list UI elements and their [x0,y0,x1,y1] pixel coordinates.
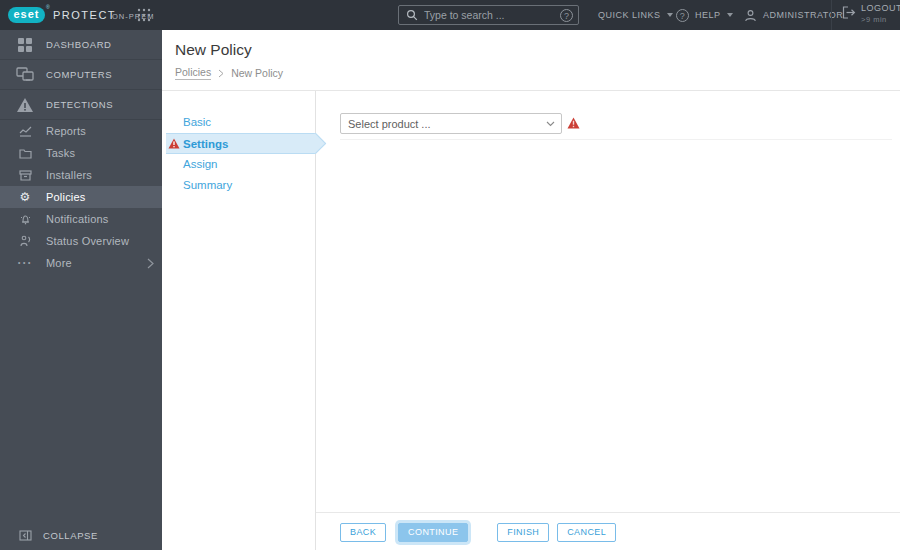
step-label: Summary [183,179,232,191]
help-circle-icon [676,9,689,22]
cancel-button[interactable]: CANCEL [557,523,616,542]
user-menu[interactable]: ADMINISTRATOR [744,0,843,30]
sidebar-item-tasks[interactable]: Tasks [0,142,162,164]
header-divider [162,90,900,91]
step-label: Settings [183,138,228,150]
back-button[interactable]: BACK [340,523,386,542]
dashboard-icon [13,37,37,53]
eset-logo[interactable]: eset [8,7,45,23]
sidebar-item-status-overview[interactable]: Status Overview [0,230,162,252]
help-menu[interactable]: HELP [676,0,733,30]
help-label: HELP [695,10,721,20]
policies-gear-icon [13,190,37,204]
wizard-step-settings[interactable]: Settings [166,133,316,154]
product-select-dropdown[interactable]: Select product ... [340,113,562,134]
wizard-footer: BACK CONTINUE FINISH CANCEL [316,512,900,550]
sidebar-item-label: Tasks [46,147,75,159]
installers-icon [13,170,37,181]
main-panel: New Policy Policies New Policy Basic Set… [162,30,900,550]
sidebar-item-label: DASHBOARD [46,39,112,50]
wizard-step-summary[interactable]: Summary [166,175,316,196]
product-select-value: Select product ... [348,118,431,130]
sidebar-item-label: COMPUTERS [46,69,112,80]
topbar-divider [831,0,832,30]
apps-grid-icon[interactable] [137,8,151,22]
logout-icon [842,6,856,19]
warning-triangle-icon [168,138,180,149]
collapse-icon [17,530,33,541]
step-label: Assign [183,158,218,170]
search-help-icon[interactable] [560,9,573,22]
content-divider [340,139,892,140]
logout-label: LOGOUT [861,3,900,13]
sidebar-item-label: Notifications [46,213,109,225]
collapse-label: COLLAPSE [43,530,98,541]
detections-icon [13,97,37,113]
breadcrumb: Policies New Policy [175,66,283,80]
sidebar-item-notifications[interactable]: Notifications [0,208,162,230]
computers-icon [13,67,37,82]
search-icon [406,9,418,21]
quick-links-label: QUICK LINKS [598,10,661,20]
sidebar-item-label: DETECTIONS [46,99,113,110]
search-box[interactable] [398,5,579,25]
user-icon [744,9,757,22]
search-input[interactable] [424,9,544,21]
top-bar: eset ® PROTECT ON-PREM QUICK LINKS HELP … [0,0,900,30]
wizard-step-assign[interactable]: Assign [166,154,316,175]
sidebar-item-label: Status Overview [46,235,129,247]
logout-timer: >9 min [861,15,900,24]
notifications-bell-icon [13,213,37,225]
collapse-button[interactable]: COLLAPSE [0,522,162,548]
chevron-right-icon [147,258,154,269]
tasks-icon [13,148,37,159]
breadcrumb-policies-link[interactable]: Policies [175,66,211,80]
sidebar-item-installers[interactable]: Installers [0,164,162,186]
sidebar-item-label: More [46,257,72,269]
sidebar-item-reports[interactable]: Reports [0,120,162,142]
sidebar-item-label: Policies [46,191,86,203]
page-title: New Policy [175,41,252,59]
logout-button[interactable]: LOGOUT >9 min [842,3,900,27]
caret-down-icon [727,13,733,17]
step-label: Basic [183,116,211,128]
status-overview-icon [13,235,37,247]
registered-mark: ® [46,4,50,10]
continue-button[interactable]: CONTINUE [398,523,468,542]
reports-icon [13,125,37,137]
sidebar-item-policies[interactable]: Policies [0,186,162,208]
finish-button[interactable]: FINISH [497,523,549,542]
more-ellipsis-icon [13,256,37,270]
sidebar-item-more[interactable]: More [0,252,162,274]
sidebar-item-computers[interactable]: COMPUTERS [0,60,162,90]
breadcrumb-chevron-icon [218,69,224,78]
wizard-steps: Basic Settings Assign Summary [166,112,316,196]
warning-triangle-icon [567,117,580,129]
sidebar: DASHBOARD COMPUTERS DETECTIONS Reports [0,30,162,550]
sidebar-item-label: Installers [46,169,92,181]
chevron-down-icon [546,121,555,127]
quick-links-menu[interactable]: QUICK LINKS [598,0,673,30]
product-name: PROTECT [53,9,116,21]
sidebar-item-dashboard[interactable]: DASHBOARD [0,30,162,60]
sidebar-item-detections[interactable]: DETECTIONS [0,90,162,120]
breadcrumb-current: New Policy [231,67,283,79]
sidebar-item-label: Reports [46,125,86,137]
wizard-step-basic[interactable]: Basic [166,112,316,133]
caret-down-icon [667,13,673,17]
